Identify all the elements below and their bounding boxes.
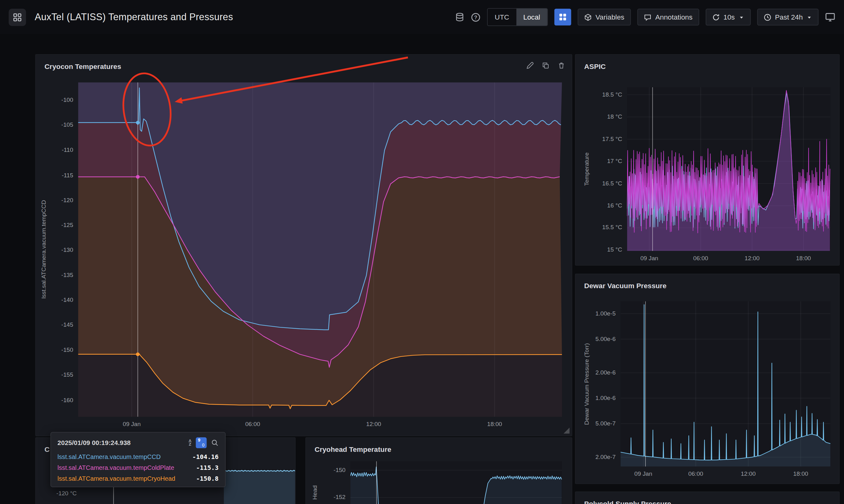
axis-tick-label: -150 <box>334 466 345 473</box>
axis-tick-label: 06:00 <box>684 255 717 261</box>
trash-icon <box>558 62 565 69</box>
axis-tick-label: -150 <box>61 346 73 353</box>
tooltip-series-row: lsst.sal.ATCamera.vacuum.tempColdPlate-1… <box>51 462 225 473</box>
axis-tick-label: 16.5 °C <box>602 180 622 186</box>
tooltip-series-value: -115.3 <box>196 463 219 472</box>
tooltip-sort-button[interactable]: AZ <box>188 439 191 446</box>
cube-icon <box>584 13 591 21</box>
panel-title[interactable]: ASPIC <box>584 62 606 71</box>
axis-tick-label: -125 <box>61 221 73 228</box>
y-axis-title: lsst.sal.ATCamera.vacuum.tempCCD <box>39 82 48 417</box>
variables-button[interactable]: Variables <box>577 9 631 25</box>
panel-cryocon-temperatures: Cryocon Temperatures lsst.sal.ATCamera.v… <box>35 54 572 436</box>
tooltip-search-button[interactable] <box>211 439 218 447</box>
timezone-utc-button[interactable]: UTC <box>488 9 516 25</box>
help-icon-button[interactable]: ? <box>471 12 481 22</box>
axis-tick-label: 15.5 °C <box>602 224 622 231</box>
axis-tick-label: 18 °C <box>607 113 622 120</box>
axis-tick-label: 09 Jan <box>627 470 660 477</box>
axis-tick-label: -115 <box>62 172 73 178</box>
top-bar-actions: ? UTC Local Variables <box>455 8 835 26</box>
series-fill <box>621 305 831 467</box>
cursor-dot <box>136 175 140 179</box>
axis-tick-label: 18.5 °C <box>602 91 622 97</box>
axis-tick-label: 06:00 <box>236 420 269 427</box>
cryocon-chart[interactable]: 09 Jan06:0012:0018:00-100-105-110-115-12… <box>78 82 562 417</box>
delete-panel-button[interactable] <box>558 62 565 69</box>
tooltip-series-row: lsst.sal.ATCamera.vacuum.tempCryoHead-15… <box>51 473 225 484</box>
series-fill <box>224 470 295 504</box>
axis-tick-label: -145 <box>61 321 73 328</box>
timezone-local-button[interactable]: Local <box>516 9 547 25</box>
chevron-down-icon <box>739 14 744 20</box>
apps-grid-icon <box>13 13 22 21</box>
axis-tick-label: 18:00 <box>784 470 817 477</box>
axis-tick-label: -130 <box>61 247 73 253</box>
axis-tick-label: 17 °C <box>607 158 622 164</box>
axis-tick-label: 1.00e-5 <box>595 310 616 317</box>
annotations-button[interactable]: Annotations <box>638 9 699 25</box>
tooltip-rows: lsst.sal.ATCamera.vacuum.tempCCD-104.16l… <box>51 451 225 484</box>
panel-title[interactable]: C <box>44 446 49 454</box>
refresh-interval-button[interactable]: 10s <box>705 9 751 25</box>
axis-tick-label: 5.00e-6 <box>595 336 616 342</box>
edit-panel-button[interactable] <box>526 62 534 69</box>
dashboards-grid-button[interactable] <box>9 8 26 26</box>
tooltip-timestamp: 2025/01/09 00:19:24.938 <box>57 439 184 447</box>
tooltip-header: 2025/01/09 00:19:24.938 AZ 90 <box>51 433 225 451</box>
axis-tick-label: 1.00e-6 <box>595 394 616 401</box>
y-axis-title: Dewar Vacuum Pressure (Torr) <box>582 301 591 466</box>
panel-actions <box>526 62 565 69</box>
panel-title[interactable]: Cryocon Temperatures <box>44 62 121 71</box>
copy-panel-button[interactable] <box>542 62 549 69</box>
panel-title[interactable]: Dewar Vacuum Pressure <box>584 282 667 290</box>
tooltip-series-label: lsst.sal.ATCamera.vacuum.tempCryoHead <box>57 473 196 483</box>
time-range-button[interactable]: Past 24h <box>757 9 819 25</box>
axis-tick-label: -135 <box>61 271 73 278</box>
dewar-chart[interactable]: 09 Jan06:0012:0018:001.00e-55.00e-62.00e… <box>621 301 831 466</box>
axis-tick-label: 06:00 <box>679 470 712 477</box>
axis-tick-label: -140 <box>61 296 73 303</box>
cursor-dot <box>136 353 140 356</box>
axis-tick-label: -120 <box>61 197 73 203</box>
panel-aspic: ASPIC Temperature 09 Jan06:0012:0018:001… <box>575 54 840 266</box>
axis-tick-label: 16 °C <box>607 202 622 209</box>
axis-tick-label: -155 <box>61 372 73 378</box>
axis-tick-label: 5.00e-7 <box>595 420 616 426</box>
tooltip-pin-badge[interactable]: 90 <box>196 437 206 448</box>
panel-resize-handle[interactable] <box>563 428 569 433</box>
axis-tick-label: 18:00 <box>787 255 820 261</box>
panel-title[interactable]: Cryohead Temperature <box>315 446 391 454</box>
axis-tick-label: 2.00e-6 <box>595 369 616 375</box>
axis-tick-label: -120 °C <box>56 490 77 497</box>
chart-canvas <box>351 461 562 504</box>
axis-tick-label: 15 °C <box>607 246 622 253</box>
monitor-icon <box>825 12 835 22</box>
search-icon <box>211 439 218 447</box>
add-panel-button[interactable] <box>554 9 571 25</box>
grafana-dashboard: AuxTel (LATISS) Temperatures and Pressur… <box>0 0 844 504</box>
axis-tick-label: 12:00 <box>736 255 769 261</box>
axis-tick-label: 09 Jan <box>115 420 148 427</box>
kiosk-mode-button[interactable] <box>825 12 835 22</box>
cryohead-chart[interactable]: -150-152 <box>351 461 562 504</box>
datasource-icon[interactable] <box>455 13 464 22</box>
axis-tick-label: 18:00 <box>479 420 511 427</box>
chevron-down-icon <box>807 14 812 20</box>
annotation-icon <box>644 13 651 21</box>
panel-title[interactable]: Polycold Supply Pressure <box>584 500 671 504</box>
y-axis-title: Temperature <box>582 87 591 251</box>
axis-tick-label: -110 <box>62 147 73 153</box>
aspic-chart[interactable]: 09 Jan06:0012:0018:0018.5 °C18 °C17.5 °C… <box>627 87 831 251</box>
clock-icon <box>764 13 771 21</box>
axis-tick-label: -160 <box>61 397 73 403</box>
tooltip-series-value: -104.16 <box>192 452 219 462</box>
tooltip-series-value: -150.8 <box>196 473 219 483</box>
tooltip-series-row: lsst.sal.ATCamera.vacuum.tempCCD-104.16 <box>51 451 225 462</box>
chart-canvas <box>627 87 831 251</box>
top-bar: AuxTel (LATISS) Temperatures and Pressur… <box>0 0 844 34</box>
axis-tick-label: -152 <box>334 494 345 500</box>
axis-tick-label: 17.5 °C <box>602 136 622 142</box>
cursor-dot <box>136 121 140 125</box>
axis-tick-label: -100 <box>61 96 73 103</box>
